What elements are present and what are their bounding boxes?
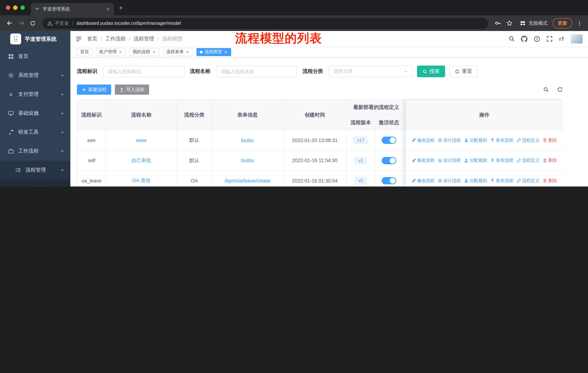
process-definition-link[interactable]: 流程定义	[516, 137, 539, 143]
browser-tabstrip: 芋道管理系统 +	[0, 0, 588, 15]
tag-home[interactable]: 首页	[77, 48, 92, 56]
process-category-select[interactable]: 流程分类	[329, 66, 413, 77]
tab-close-icon[interactable]	[106, 7, 110, 11]
navbar-actions: тT	[508, 34, 583, 43]
search-button[interactable]: 搜索	[417, 66, 445, 77]
refresh-table-icon[interactable]	[557, 87, 563, 92]
edit-process-link[interactable]: 修改流程	[411, 178, 435, 184]
process-definition-link[interactable]: 流程定义	[516, 158, 539, 164]
sidebar-item-home[interactable]: 首页	[0, 47, 70, 66]
close-icon[interactable]	[152, 50, 156, 54]
reset-button[interactable]: 重置	[450, 66, 478, 77]
design-process-link[interactable]: 设计流程	[438, 158, 461, 164]
reload-button[interactable]	[28, 18, 38, 28]
address-bar[interactable]: 不安全 dashboard.yudao.iocoder.cn/bpm/manag…	[42, 18, 488, 29]
breadcrumb-home[interactable]: 首页	[87, 36, 97, 42]
zoom-window-button[interactable]	[21, 5, 25, 10]
sidebar: 芋道管理系统 首页 系统管理 ¥ 支付管理	[0, 31, 70, 186]
tag-my-process[interactable]: 我的流程	[129, 48, 159, 56]
publish-process-link[interactable]: 发布流程	[490, 137, 513, 143]
github-button[interactable]	[521, 36, 527, 42]
trash-icon	[543, 138, 547, 143]
sidebar-item-payment[interactable]: ¥ 支付管理	[0, 85, 70, 104]
close-icon[interactable]	[118, 50, 123, 54]
hamburger-icon	[75, 36, 82, 42]
password-key-button[interactable]	[493, 18, 503, 28]
top-navbar: 首页 / 工作流程 / 流程管理 / 流程模型 тT	[70, 31, 588, 47]
new-tab-button[interactable]: +	[119, 4, 123, 11]
close-icon[interactable]	[224, 50, 228, 54]
browser-menu-button[interactable]	[577, 20, 582, 26]
rabbit-icon	[11, 35, 20, 43]
design-process-link[interactable]: 设计流程	[438, 137, 461, 143]
publish-process-link[interactable]: 发布流程	[490, 158, 513, 164]
breadcrumb-workflow[interactable]: 工作流程	[105, 36, 126, 42]
help-button[interactable]	[534, 36, 540, 42]
sidebar-item-process-manage[interactable]: 流程管理	[0, 161, 70, 180]
fullscreen-button[interactable]	[546, 36, 552, 42]
create-process-button[interactable]: 新建流程	[77, 84, 111, 95]
tag-tenant[interactable]: 租户管理	[96, 48, 126, 56]
close-icon[interactable]	[186, 50, 189, 54]
edit-process-link[interactable]: 修改流程	[411, 158, 435, 164]
app-logo[interactable]: 芋道管理系统	[0, 31, 70, 47]
process-name-link[interactable]: eeee	[136, 138, 147, 143]
delete-link[interactable]: 删除	[543, 137, 557, 143]
active-toggle[interactable]	[382, 177, 396, 184]
process-name-link[interactable]: OA 请假	[132, 178, 150, 184]
form-info-link[interactable]: /bpm/oa/leave/create	[225, 178, 271, 184]
process-name-input[interactable]	[216, 66, 297, 77]
close-window-button[interactable]	[6, 5, 10, 10]
back-button[interactable]	[4, 18, 15, 28]
refresh-icon	[455, 69, 460, 74]
publish-process-link[interactable]: 发布流程	[490, 178, 513, 184]
delete-link[interactable]: 删除	[543, 178, 557, 184]
process-name-link[interactable]: 自己审批	[131, 157, 151, 164]
chevron-up-icon	[60, 168, 64, 172]
user-avatar[interactable]	[570, 34, 583, 43]
assign-rule-link[interactable]: 分配规则	[464, 137, 487, 143]
design-process-link[interactable]: 设计流程	[438, 178, 461, 184]
assign-rule-link[interactable]: 分配规则	[464, 158, 487, 164]
actions-column: 操作 修改流程 设计流程 分配规则 发布流程 流程定义 删除 修改流程 设计流程…	[406, 100, 563, 186]
bookmark-button[interactable]	[504, 18, 514, 28]
sidebar-item-system[interactable]: 系统管理	[0, 66, 70, 85]
sidebar-item-dev-tools[interactable]: 研发工具	[0, 123, 70, 142]
tag-process-model[interactable]: 流程模型	[197, 48, 231, 56]
url-text: dashboard.yudao.iocoder.cn/bpm/manager/m…	[77, 20, 181, 26]
chevron-up-icon	[60, 149, 64, 153]
col-version: 流程版本	[347, 115, 375, 131]
sidebar-item-infrastructure[interactable]: 基础设施	[0, 104, 70, 123]
breadcrumb: 首页 / 工作流程 / 流程管理 / 流程模型	[87, 36, 182, 42]
process-key-label: 流程标识	[77, 68, 97, 75]
header-search-button[interactable]	[508, 36, 514, 42]
delete-link[interactable]: 删除	[543, 158, 557, 164]
tool-icon	[8, 129, 14, 135]
minimize-window-button[interactable]	[13, 5, 18, 10]
col-actions: 操作	[406, 100, 563, 131]
process-definition-link[interactable]: 流程定义	[516, 178, 539, 184]
assign-rule-link[interactable]: 分配规则	[464, 178, 487, 184]
form-info-link[interactable]: biubiu	[241, 138, 254, 143]
font-size-button[interactable]: тT	[559, 36, 564, 42]
pencil-icon	[411, 159, 416, 163]
hamburger-button[interactable]	[75, 36, 82, 42]
update-button[interactable]: 更新	[553, 18, 572, 28]
edit-process-link[interactable]: 修改流程	[411, 137, 435, 143]
omnibox-divider	[73, 20, 73, 26]
publish-icon	[490, 138, 495, 143]
import-process-button[interactable]: 导入流程	[115, 84, 149, 95]
forward-button[interactable]	[16, 18, 26, 28]
sidebar-item-process-form[interactable]: 流程表单	[0, 180, 70, 186]
form-info-link[interactable]: biubiu	[241, 158, 254, 163]
toggle-search-icon[interactable]	[543, 87, 549, 92]
process-key-input[interactable]	[103, 66, 184, 77]
breadcrumb-process-manage[interactable]: 流程管理	[134, 36, 154, 42]
active-toggle[interactable]	[382, 137, 396, 144]
tag-process-form[interactable]: 流程表单	[163, 48, 193, 56]
chevron-down-icon	[60, 73, 64, 78]
sidebar-item-workflow[interactable]: 工作流程	[0, 142, 70, 161]
browser-tab[interactable]: 芋道管理系统	[31, 3, 114, 15]
search-icon	[422, 69, 427, 74]
active-toggle[interactable]	[382, 157, 396, 164]
